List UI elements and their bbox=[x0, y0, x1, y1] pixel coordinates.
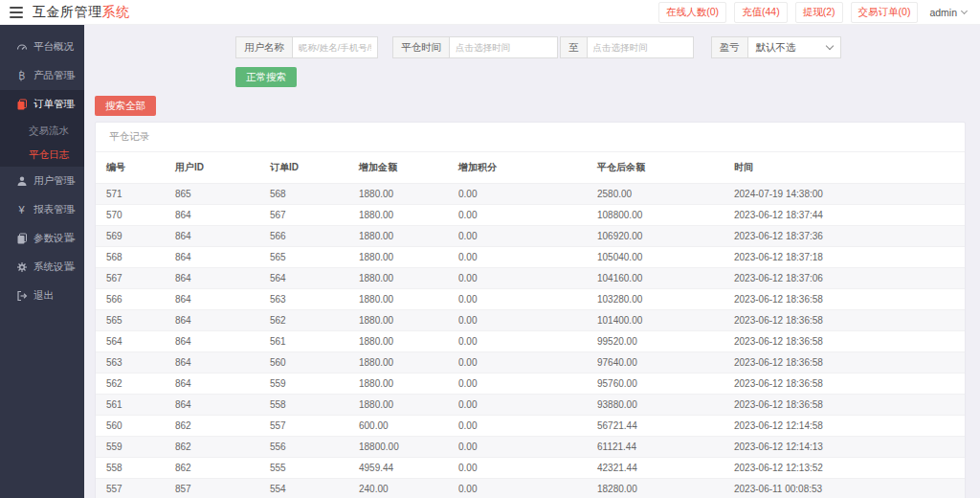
app-title-accent: 系统 bbox=[102, 4, 130, 19]
sidebar-item-label: 参数设置 bbox=[33, 232, 74, 245]
table-cell: 0.00 bbox=[448, 437, 587, 458]
table-row: 5618645581880.000.0093880.002023-06-12 1… bbox=[96, 395, 965, 416]
sidebar-item-logout[interactable]: 退出 bbox=[0, 282, 84, 310]
table-row: 5658645621880.000.00101400.002023-06-12 … bbox=[96, 310, 965, 331]
table-cell: 857 bbox=[165, 479, 259, 498]
table-header: 编号用户ID订单ID增加金额增加积分平仓后余额时间 bbox=[96, 152, 965, 184]
profit-label: 盈亏 bbox=[711, 36, 747, 58]
sidebar-item-product-management[interactable]: B 产品管理 ▸ bbox=[0, 61, 84, 90]
table-cell: 4959.44 bbox=[348, 458, 448, 479]
table-cell: 0.00 bbox=[448, 458, 587, 479]
chevron-right-icon: ▸ bbox=[72, 72, 76, 80]
table-cell: 559 bbox=[259, 374, 348, 395]
table-cell: 0.00 bbox=[448, 184, 587, 205]
table-cell: 558 bbox=[259, 395, 348, 416]
app-title: 互金所管理系统 bbox=[33, 4, 130, 21]
table-cell: 569 bbox=[96, 226, 165, 247]
table-cell: 2023-06-12 18:36:58 bbox=[724, 310, 965, 331]
table-cell: 2024-07-19 14:38:00 bbox=[724, 184, 965, 205]
sidebar-item-platform-overview[interactable]: 平台概况 bbox=[0, 33, 84, 61]
table-cell: 566 bbox=[96, 289, 165, 310]
table-cell: 101400.00 bbox=[587, 310, 724, 331]
filter-row: 用户名称 平仓时间 至 盈亏 默认不选 bbox=[235, 36, 980, 58]
table-cell: 566 bbox=[259, 226, 348, 247]
close-time-start-input[interactable] bbox=[449, 36, 558, 58]
svg-text:B: B bbox=[18, 71, 25, 81]
table-cell: 571 bbox=[96, 184, 165, 205]
online-users-link[interactable]: 在线人数(0) bbox=[658, 2, 726, 23]
recharge-link[interactable]: 充值(44) bbox=[734, 2, 788, 23]
username-input[interactable] bbox=[292, 36, 378, 58]
table-cell: 2023-06-12 18:36:58 bbox=[724, 395, 965, 416]
sidebar-subitem-close-log[interactable]: 平仓日志 bbox=[0, 143, 84, 167]
column-header: 增加积分 bbox=[448, 152, 587, 184]
table-row: 5648645611880.000.0099520.002023-06-12 1… bbox=[96, 331, 965, 352]
bitcoin-icon: B bbox=[15, 70, 28, 81]
sidebar-item-report-management[interactable]: ¥ 报表管理 ▸ bbox=[0, 195, 84, 224]
sidebar-item-system-settings[interactable]: 系统设置 ▸ bbox=[0, 253, 84, 282]
table-cell: 559 bbox=[96, 437, 165, 458]
search-all-button[interactable]: 搜索全部 bbox=[95, 96, 156, 116]
table-cell: 864 bbox=[165, 310, 259, 331]
close-time-start-group: 平仓时间 bbox=[392, 36, 558, 58]
chevron-down-icon bbox=[961, 7, 968, 13]
table-row: 5698645661880.000.00106920.002023-06-12 … bbox=[96, 226, 965, 247]
table-cell: 570 bbox=[96, 205, 165, 226]
table-cell: 567 bbox=[96, 268, 165, 289]
panel-title: 平仓记录 bbox=[96, 123, 965, 152]
table-row: 5668645631880.000.00103280.002023-06-12 … bbox=[96, 289, 965, 310]
table-cell: 97640.00 bbox=[587, 352, 724, 374]
close-time-end-input[interactable] bbox=[587, 36, 694, 58]
table-cell: 103280.00 bbox=[587, 289, 724, 310]
table-cell: 568 bbox=[259, 184, 348, 205]
table-cell: 0.00 bbox=[448, 310, 587, 331]
table-cell: 565 bbox=[259, 247, 348, 268]
withdraw-link[interactable]: 提现(2) bbox=[795, 2, 843, 23]
sidebar-item-parameter-settings[interactable]: 参数设置 ▸ bbox=[0, 224, 84, 253]
table-cell: 0.00 bbox=[448, 247, 587, 268]
table-cell: 557 bbox=[96, 479, 165, 498]
table-cell: 558 bbox=[96, 458, 165, 479]
table-cell: 567 bbox=[259, 205, 348, 226]
sidebar-item-label: 退出 bbox=[33, 289, 54, 303]
profit-select[interactable]: 默认不选 bbox=[747, 36, 841, 58]
table-cell: 1880.00 bbox=[348, 184, 448, 205]
table-cell: 240.00 bbox=[348, 479, 448, 498]
table-cell: 557 bbox=[259, 416, 348, 437]
close-time-end-group: 至 bbox=[560, 36, 694, 58]
table-cell: 864 bbox=[165, 374, 259, 395]
order-management-submenu: 交易流水 平仓日志 bbox=[0, 119, 84, 167]
table-cell: 0.00 bbox=[448, 416, 587, 437]
table-cell: 562 bbox=[259, 310, 348, 331]
table-cell: 0.00 bbox=[448, 268, 587, 289]
table-cell: 864 bbox=[165, 226, 259, 247]
sidebar-item-order-management[interactable]: 订单管理 ▸ bbox=[0, 90, 84, 119]
normal-search-button[interactable]: 正常搜索 bbox=[235, 67, 297, 87]
sidebar-item-user-management[interactable]: 用户管理 ▸ bbox=[0, 167, 84, 195]
table-cell: 864 bbox=[165, 352, 259, 374]
table-cell: 105040.00 bbox=[587, 247, 724, 268]
table-cell: 1880.00 bbox=[348, 247, 448, 268]
close-log-panel: 平仓记录 编号用户ID订单ID增加金额增加积分平仓后余额时间 571865568… bbox=[95, 122, 966, 498]
orders-icon bbox=[15, 99, 28, 110]
profit-select-value: 默认不选 bbox=[756, 41, 796, 55]
chevron-down-icon bbox=[825, 42, 833, 50]
trade-orders-link[interactable]: 交易订单(0) bbox=[851, 2, 919, 23]
chevron-right-icon: ▸ bbox=[72, 177, 76, 186]
table-cell: 554 bbox=[259, 479, 348, 498]
table-cell: 561 bbox=[96, 395, 165, 416]
column-header: 用户ID bbox=[165, 152, 259, 184]
table-cell: 864 bbox=[165, 331, 259, 352]
table-row: 5688645651880.000.00105040.002023-06-12 … bbox=[96, 247, 965, 268]
table-cell: 864 bbox=[165, 205, 259, 226]
table-cell: 562 bbox=[96, 374, 165, 395]
table-row: 5718655681880.000.002580.002024-07-19 14… bbox=[96, 184, 965, 205]
hamburger-menu-icon[interactable] bbox=[10, 7, 23, 18]
table-cell: 2023-06-12 18:36:58 bbox=[724, 352, 965, 374]
admin-dropdown[interactable]: admin bbox=[925, 7, 970, 18]
sidebar-subitem-trade-flow[interactable]: 交易流水 bbox=[0, 119, 84, 143]
table-cell: 99520.00 bbox=[587, 331, 724, 352]
profit-filter-group: 盈亏 默认不选 bbox=[711, 36, 841, 58]
table-cell: 42321.44 bbox=[587, 458, 724, 479]
table-row: 5708645671880.000.00108800.002023-06-12 … bbox=[96, 205, 965, 226]
